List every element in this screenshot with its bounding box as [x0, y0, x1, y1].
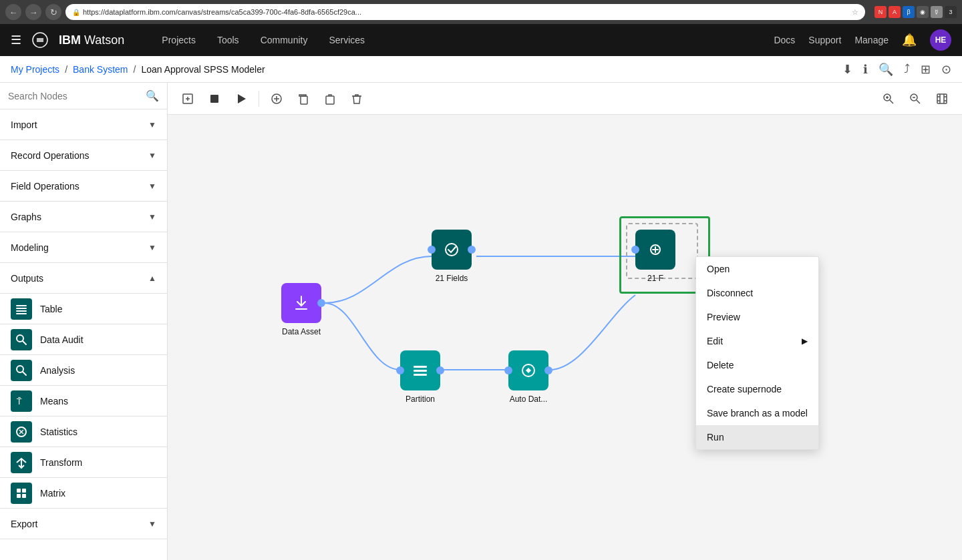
context-menu-disconnect[interactable]: Disconnect [696, 281, 818, 305]
context-menu-preview[interactable]: Preview [696, 305, 818, 329]
context-menu-delete[interactable]: Delete [696, 353, 818, 377]
node-21f-selected[interactable]: 21 F [635, 230, 675, 283]
sidebar-section-modeling[interactable]: Modeling ▼ [0, 232, 167, 263]
fit-view-button[interactable] [176, 87, 200, 111]
paste-button[interactable] [318, 87, 342, 111]
delete-button[interactable] [345, 87, 369, 111]
chevron-modeling: ▼ [148, 243, 156, 252]
forward-button[interactable]: → [25, 4, 41, 20]
node-auto-dat[interactable]: Auto Dat... [508, 350, 548, 404]
search-nodes-bar: 🔍 [0, 83, 167, 109]
toolbar-right [876, 87, 954, 111]
breadcrumb-bank-system[interactable]: Bank System [73, 64, 128, 75]
node-auto-dat-box [508, 350, 548, 390]
sidebar-item-transform[interactable]: Transform [0, 447, 167, 478]
zoom-in-button[interactable] [876, 87, 901, 111]
sidebar-item-data-audit[interactable]: Data Audit [0, 324, 167, 355]
search-icon[interactable]: 🔍 [146, 89, 159, 102]
svg-rect-17 [301, 96, 307, 104]
settings-icon[interactable]: ⊙ [941, 62, 951, 77]
svg-rect-22 [295, 308, 307, 310]
sidebar-section-import[interactable]: Import ▼ [0, 109, 167, 140]
sidebar-item-table[interactable]: Table [0, 294, 167, 324]
support-link[interactable]: Support [808, 35, 841, 45]
add-button[interactable] [265, 87, 289, 111]
search2-icon[interactable]: 🔍 [878, 62, 893, 77]
stop-button[interactable] [202, 87, 226, 111]
context-menu-run[interactable]: Run [696, 425, 818, 449]
connections-svg [168, 115, 962, 560]
chevron-record-ops: ▼ [148, 151, 156, 160]
sidebar-section-record-ops[interactable]: Record Operations ▼ [0, 140, 167, 171]
chevron-field-ops: ▼ [148, 182, 156, 191]
svg-rect-9 [17, 489, 21, 493]
node-21fields-port-left [428, 246, 436, 254]
url-text: https://dataplatform.ibm.com/canvas/stre… [83, 8, 361, 16]
sidebar-section-graphs[interactable]: Graphs ▼ [0, 202, 167, 232]
node-auto-dat-port-left [504, 366, 512, 374]
sidebar: 🔍 Import ▼ Record Operations ▼ Field Ope… [0, 83, 168, 560]
url-bar[interactable]: 🔒 https://dataplatform.ibm.com/canvas/st… [65, 4, 865, 20]
context-menu-save-branch[interactable]: Save branch as a model [696, 401, 818, 425]
nav-tools[interactable]: Tools [206, 24, 250, 56]
hamburger-menu[interactable]: ☰ [11, 33, 21, 47]
svg-rect-1 [16, 305, 27, 306]
node-partition-port-right [436, 366, 444, 374]
toolbar [168, 83, 962, 115]
back-button[interactable]: ← [5, 4, 21, 20]
grid-icon[interactable]: ⊞ [921, 62, 931, 77]
bell-icon[interactable]: 🔔 [902, 33, 917, 47]
share-icon[interactable]: ⤴ [904, 62, 910, 76]
ext-5: ☿ [931, 6, 943, 18]
nav-community[interactable]: Community [250, 24, 319, 56]
sidebar-section-outputs[interactable]: Outputs ▲ [0, 263, 167, 294]
node-21f-port-left [631, 246, 639, 254]
user-avatar[interactable]: HE [930, 29, 951, 51]
sidebar-item-statistics[interactable]: Statistics [0, 416, 167, 447]
refresh-button[interactable]: ↻ [45, 4, 61, 20]
context-menu-open[interactable]: Open [696, 257, 818, 281]
node-data-asset-port-right [317, 299, 325, 307]
node-data-asset-label: Data Asset [282, 327, 321, 336]
svg-rect-26 [414, 374, 427, 376]
breadcrumb-my-projects[interactable]: My Projects [11, 64, 59, 75]
node-21fields-port-right [468, 246, 476, 254]
node-21-fields[interactable]: 21 Fields [432, 230, 472, 283]
node-auto-dat-label: Auto Dat... [510, 394, 548, 404]
copy-button[interactable] [291, 87, 315, 111]
info-icon[interactable]: ℹ [863, 62, 868, 77]
sidebar-item-means[interactable]: T̄ Means [0, 386, 167, 416]
sidebar-item-analysis[interactable]: Analysis [0, 355, 167, 386]
svg-rect-14 [210, 95, 218, 103]
edit-arrow-icon: ▶ [802, 336, 808, 346]
data-audit-icon [11, 329, 32, 350]
node-21-fields-label: 21 Fields [436, 274, 468, 283]
node-partition[interactable]: Partition [400, 350, 440, 404]
nav-services[interactable]: Services [318, 24, 375, 56]
context-menu-edit[interactable]: Edit ▶ [696, 329, 818, 353]
breadcrumb-current: Loan Approval SPSS Modeler [141, 64, 265, 75]
context-menu-create-supernode[interactable]: Create supernode [696, 377, 818, 401]
node-21f-selected-box [635, 230, 675, 270]
star-icon[interactable]: ☆ [852, 8, 858, 17]
ext-1: N [874, 6, 887, 18]
flow-canvas[interactable]: Data Asset 21 Fields [168, 115, 962, 560]
nav-projects[interactable]: Projects [151, 24, 206, 56]
manage-link[interactable]: Manage [854, 35, 889, 45]
ext-6: 3 [945, 6, 957, 18]
sidebar-section-field-ops[interactable]: Field Operations ▼ [0, 171, 167, 202]
search-input[interactable] [8, 91, 140, 101]
sidebar-item-matrix[interactable]: Matrix [0, 478, 167, 509]
zoom-out-button[interactable] [903, 87, 927, 111]
breadcrumb-actions: ⬇ ℹ 🔍 ⤴ ⊞ ⊙ [842, 62, 951, 77]
sidebar-section-export[interactable]: Export ▼ [0, 509, 167, 539]
node-data-asset[interactable]: Data Asset [281, 283, 321, 336]
docs-link[interactable]: Docs [774, 35, 795, 45]
statistics-icon [11, 421, 32, 443]
ext-4: ◉ [917, 6, 929, 18]
svg-rect-4 [16, 313, 27, 314]
run-button[interactable] [229, 87, 253, 111]
download-icon[interactable]: ⬇ [842, 62, 852, 77]
fit-page-button[interactable] [930, 87, 954, 111]
svg-text:T̄: T̄ [16, 397, 22, 406]
